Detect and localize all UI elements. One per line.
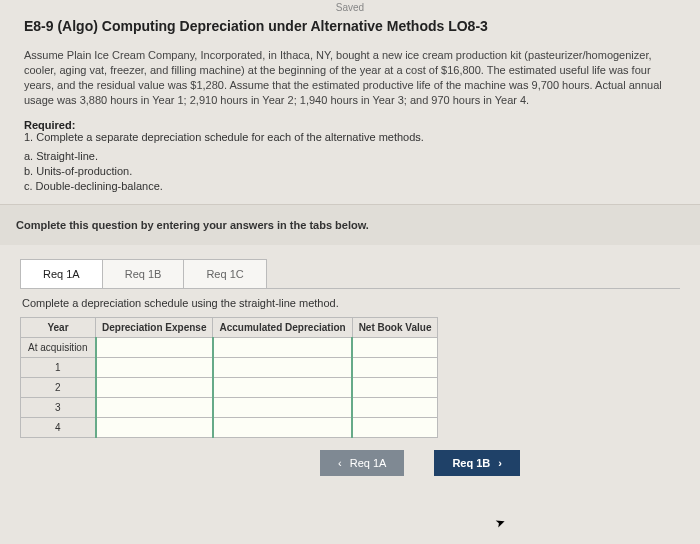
col-nbv: Net Book Value <box>352 317 438 337</box>
next-label: Req 1B <box>452 457 490 469</box>
instruction-box: Complete this question by entering your … <box>0 204 700 245</box>
col-year: Year <box>21 317 96 337</box>
cell-input[interactable] <box>213 377 352 397</box>
depreciation-table: Year Depreciation Expense Accumulated De… <box>20 317 438 438</box>
cell-input[interactable] <box>96 377 213 397</box>
cell-input[interactable] <box>213 417 352 437</box>
required-line-1: 1. Complete a separate depreciation sche… <box>24 131 424 143</box>
methods-list: a. Straight-line. b. Units-of-production… <box>24 149 676 194</box>
cell-input[interactable] <box>96 357 213 377</box>
cell-input[interactable] <box>352 397 438 417</box>
method-a: a. Straight-line. <box>24 149 676 164</box>
col-accum: Accumulated Depreciation <box>213 317 352 337</box>
cursor-icon: ➤ <box>493 515 507 532</box>
next-button[interactable]: Req 1B › <box>434 450 520 476</box>
cell-input[interactable] <box>96 397 213 417</box>
prev-label: Req 1A <box>350 457 387 469</box>
cell-input[interactable] <box>213 397 352 417</box>
question-title: E8-9 (Algo) Computing Depreciation under… <box>24 18 676 34</box>
table-row: At acquisition <box>21 337 438 357</box>
chevron-left-icon: ‹ <box>338 457 342 469</box>
method-c: c. Double-declining-balance. <box>24 179 676 194</box>
question-passage: Assume Plain Ice Cream Company, Incorpor… <box>24 48 676 107</box>
chevron-right-icon: › <box>498 457 502 469</box>
cell-input[interactable] <box>213 337 352 357</box>
cell-input[interactable] <box>352 357 438 377</box>
tab-instruction: Complete a depreciation schedule using t… <box>20 288 680 317</box>
row-label: 1 <box>21 357 96 377</box>
row-label: 3 <box>21 397 96 417</box>
prev-button[interactable]: ‹ Req 1A <box>320 450 404 476</box>
table-row: 3 <box>21 397 438 417</box>
table-row: 4 <box>21 417 438 437</box>
row-label: 4 <box>21 417 96 437</box>
saved-indicator: Saved <box>336 2 364 13</box>
tab-req-1c[interactable]: Req 1C <box>183 259 266 288</box>
row-label: At acquisition <box>21 337 96 357</box>
method-b: b. Units-of-production. <box>24 164 676 179</box>
tab-req-1a[interactable]: Req 1A <box>20 259 103 288</box>
cell-input[interactable] <box>352 377 438 397</box>
tabs-bar: Req 1A Req 1B Req 1C <box>20 259 680 288</box>
cell-input[interactable] <box>213 357 352 377</box>
row-label: 2 <box>21 377 96 397</box>
table-header-row: Year Depreciation Expense Accumulated De… <box>21 317 438 337</box>
col-expense: Depreciation Expense <box>96 317 213 337</box>
tab-req-1b[interactable]: Req 1B <box>102 259 185 288</box>
cell-input[interactable] <box>96 417 213 437</box>
table-row: 2 <box>21 377 438 397</box>
cell-input[interactable] <box>96 337 213 357</box>
required-heading: Required: <box>24 119 75 131</box>
cell-input[interactable] <box>352 417 438 437</box>
cell-input[interactable] <box>352 337 438 357</box>
table-row: 1 <box>21 357 438 377</box>
